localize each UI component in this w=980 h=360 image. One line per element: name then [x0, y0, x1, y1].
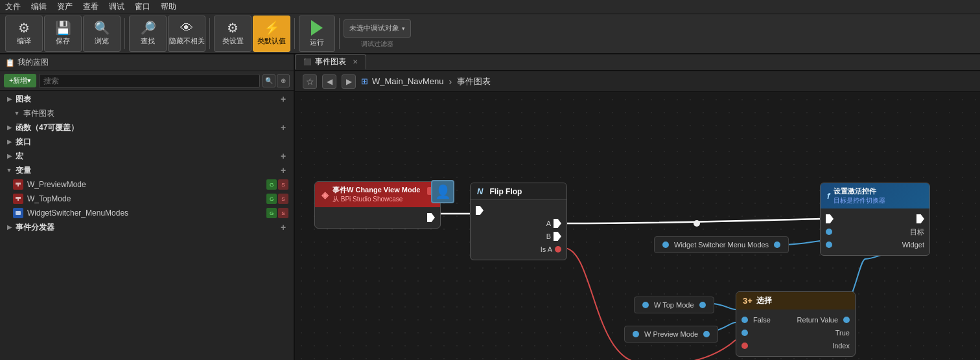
set-activate-header: f 设置激活控件 目标是控件切换器 [821, 183, 929, 208]
a-out-pin [554, 219, 561, 228]
a-label: A [546, 219, 551, 227]
index-label: Index [830, 342, 850, 350]
toolbar-separator-2 [209, 18, 210, 49]
tree-item-w-preview-mode[interactable]: W_PreviewMode G S [0, 177, 294, 192]
class-defaults-button[interactable]: ⚡ 类默认值 [253, 16, 290, 52]
add-macro-button[interactable]: + [278, 151, 288, 161]
tree-item-event-graph[interactable]: ▼ 事件图表 [0, 106, 294, 120]
menu-edit[interactable]: 编辑 [31, 1, 47, 12]
forward-button[interactable]: ▶ [342, 74, 356, 89]
exec-out-pin-sa [916, 214, 924, 223]
panel-header: 📋 我的蓝图 [0, 54, 294, 71]
event-subtitle: 从 BPi Studio Showcase [332, 195, 420, 204]
panel-icon: 📋 [5, 58, 15, 67]
tree-item-macro[interactable]: ▶ 宏 + [0, 149, 294, 163]
breadcrumb-project: ⊞ W_Main_NavMenu [361, 76, 444, 86]
expand-dispatcher-icon: ▶ [5, 223, 13, 231]
tree-item-widget-switcher[interactable]: WidgetSwitcher_MenuModes G S [0, 206, 294, 220]
charts-label: 图表 [16, 94, 31, 105]
back-button[interactable]: ◀ [322, 74, 336, 89]
w-top-mode-right-pin [699, 302, 706, 308]
flip-flop-body: A B Is A [471, 200, 566, 260]
menu-file[interactable]: 文件 [5, 1, 21, 12]
target-label: 目标 [910, 227, 924, 237]
tree-item-event-dispatcher[interactable]: ▶ 事件分发器 + [0, 220, 294, 234]
class-settings-button[interactable]: ⚙ 类设置 [214, 16, 251, 52]
object-var-icon [13, 208, 23, 218]
macro-label: 宏 [16, 151, 23, 162]
toolbar: ⚙ 编译 💾 保存 🔍 浏览 🔎 查找 👁 隐藏不相关 ⚙ 类设置 ⚡ 类默认值… [0, 14, 980, 54]
menu-debug[interactable]: 调试 [109, 1, 124, 12]
canvas-content[interactable]: ◈ 事件W Change View Mode 从 BPi Studio Show… [295, 129, 980, 360]
menu-window[interactable]: 窗口 [135, 1, 150, 12]
menu-view[interactable]: 查看 [83, 1, 99, 12]
tree-item-functions[interactable]: ▶ 函数（47可覆盖） + [0, 120, 294, 135]
variables-label: 变量 [16, 165, 31, 176]
toolbar-separator-1 [124, 18, 125, 49]
event-graph-tab[interactable]: ⬛ 事件图表 ✕ [295, 54, 366, 70]
play-icon [311, 20, 323, 36]
search-input[interactable] [39, 74, 260, 88]
flip-flop-isa-out: Is A [471, 243, 566, 256]
var-set-icon: S [278, 179, 288, 190]
browse-button[interactable]: 🔍 浏览 [83, 16, 121, 52]
select-true-row: True [736, 326, 855, 339]
select-title: 选择 [756, 295, 772, 306]
w-preview-mode-node[interactable]: W Preview Mode [624, 326, 718, 343]
run-button[interactable]: 运行 [299, 16, 335, 52]
set-activate-node[interactable]: f 设置激活控件 目标是控件切换器 目标 [820, 183, 930, 256]
class-settings-label: 类设置 [222, 36, 244, 46]
find-label: 查找 [141, 36, 155, 46]
select-node[interactable]: 3+ 选择 False Return Value True [736, 291, 856, 357]
tree-item-w-top-mode[interactable]: W_TopMode G S [0, 192, 294, 206]
expand-macro-icon: ▶ [5, 152, 13, 160]
add-function-button[interactable]: + [278, 122, 288, 133]
grid-icon: ⊞ [361, 76, 368, 86]
canvas-area[interactable]: ⬛ 事件图表 ✕ ☆ ◀ ▶ ⊞ W_Main_NavMenu › 事件图表 [295, 54, 980, 360]
add-variable-button[interactable]: + [278, 165, 288, 175]
exec-in-pin-ff [476, 206, 484, 215]
search-magnifier-icon[interactable]: 🔍 [262, 74, 275, 87]
breadcrumb: ☆ ◀ ▶ ⊞ W_Main_NavMenu › 事件图表 [295, 71, 980, 92]
event-node[interactable]: ◈ 事件W Change View Mode 从 BPi Studio Show… [314, 181, 441, 229]
search-filter-icon[interactable]: ⊕ [277, 74, 290, 87]
widget-switcher-out-pin [662, 242, 669, 248]
set-activate-body: 目标 Widget [821, 208, 929, 255]
star-button[interactable]: ☆ [303, 74, 317, 89]
breadcrumb-page: 事件图表 [457, 76, 491, 87]
flip-flop-b-out: B [471, 230, 566, 243]
compile-button[interactable]: ⚙ 编译 [5, 16, 43, 52]
add-new-button[interactable]: +新增▾ [4, 74, 36, 87]
select-index-row: Index [736, 339, 855, 352]
save-button[interactable]: 💾 保存 [44, 16, 82, 52]
exec-out-pin [427, 213, 435, 222]
find-button[interactable]: 🔎 查找 [129, 16, 167, 52]
widget-switcher-right-pin [774, 242, 780, 248]
search-icons: 🔍 ⊕ [262, 74, 290, 87]
set-activate-subtitle: 目标是控件切换器 [834, 196, 885, 205]
save-label: 保存 [56, 36, 70, 46]
b-out-pin [554, 232, 561, 241]
w-top-mode-node[interactable]: W Top Mode [634, 297, 714, 313]
widget-switcher-node[interactable]: Widget Switcher Menu Modes [654, 236, 789, 253]
toolbar-separator-3 [294, 18, 295, 49]
menu-asset[interactable]: 资产 [57, 1, 73, 12]
add-chart-button[interactable]: + [278, 94, 288, 104]
menu-help[interactable]: 帮助 [161, 1, 176, 12]
avatar-icon: 👤 [431, 180, 454, 203]
true-label: True [833, 329, 850, 337]
breadcrumb-separator: › [449, 76, 452, 87]
tree-item-interface[interactable]: ▶ 接口 [0, 135, 294, 149]
w-top-mode-text: W Top Mode [654, 301, 694, 309]
tree-item-variables[interactable]: ▼ 变量 + [0, 163, 294, 177]
expand-event-icon: ▼ [13, 109, 21, 117]
expand-interface-icon: ▶ [5, 138, 13, 146]
compile-label: 编译 [17, 36, 31, 46]
debug-filter-dropdown[interactable]: 未选中调试对象 ▾ [344, 19, 411, 38]
interface-label: 接口 [16, 137, 31, 148]
hide-unrelated-button[interactable]: 👁 隐藏不相关 [168, 16, 205, 52]
tree-item-charts[interactable]: ▶ 图表 + [0, 92, 294, 106]
flip-flop-node[interactable]: N Flip Flop A B [470, 183, 567, 260]
tab-close-icon[interactable]: ✕ [353, 58, 358, 65]
add-dispatcher-button[interactable]: + [278, 222, 288, 232]
